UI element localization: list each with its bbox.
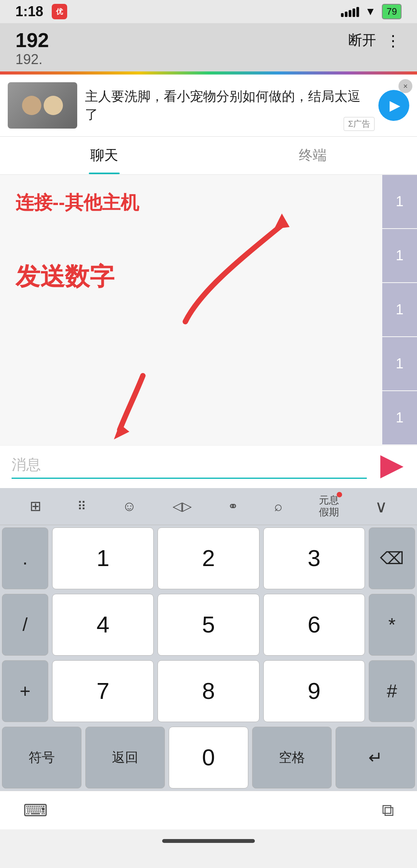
rainbow-bar xyxy=(0,71,417,75)
send-icon xyxy=(380,455,403,478)
header-actions: 断开 ⋮ xyxy=(348,31,402,50)
send-button[interactable] xyxy=(375,453,409,480)
battery-indicator: 79 xyxy=(382,4,402,19)
status-left: 1:18 优 xyxy=(15,3,67,20)
play-icon: ▶ xyxy=(390,97,400,114)
app-header: 192 192. 断开 ⋮ xyxy=(0,23,417,71)
red-arrows-overlay xyxy=(0,175,417,445)
status-bar: 1:18 优 ▼ 79 xyxy=(0,0,417,23)
keyboard-search-button[interactable]: ⌕ xyxy=(274,498,283,514)
annotation-connect: 连接--其他主机 xyxy=(15,190,139,215)
ad-thumbnail xyxy=(8,82,77,129)
sidebar-num-5: 1 xyxy=(382,391,417,445)
sidebar-numbers: 1 1 1 1 1 xyxy=(382,175,417,445)
key-1[interactable]: 1 xyxy=(52,527,154,589)
app-title-sub: 192. xyxy=(15,51,402,68)
svg-marker-1 xyxy=(114,424,129,439)
ad-banner: 主人要洗脚，看小宠物分别如何做的，结局太逗了 ▶ × Σ广告 xyxy=(0,75,417,137)
app-icon: 优 xyxy=(52,4,67,19)
keyboard-dots-button[interactable]: ⠿ xyxy=(77,499,86,514)
keyboard-toolbar: ⊞ ⠿ ☺ ◁▷ ⚭ ⌕ 元息假期 ∨ xyxy=(0,488,417,525)
key-0[interactable]: 0 xyxy=(169,727,248,788)
keyboard-toggle-button[interactable]: ⌨ xyxy=(23,800,48,820)
message-placeholder: 消息 xyxy=(12,456,41,473)
key-backspace[interactable]: ⌫ xyxy=(369,527,415,589)
home-bar xyxy=(162,839,255,843)
number-keyboard: . 1 2 3 ⌫ / 4 5 6 * + 7 8 9 # 符号 返回 0 空格… xyxy=(0,525,417,791)
calendar-label: 元息假期 xyxy=(319,494,339,518)
key-plus[interactable]: + xyxy=(2,660,48,722)
tab-chat[interactable]: 聊天 xyxy=(0,137,208,174)
ad-text: 主人要洗脚，看小宠物分别如何做的，结局太逗了 xyxy=(85,87,371,124)
notification-dot xyxy=(337,492,342,497)
signal-icon xyxy=(341,6,359,17)
bottom-nav: ⌨ ⧉ xyxy=(0,791,417,829)
tab-terminal[interactable]: 终端 xyxy=(208,137,417,174)
key-hash[interactable]: # xyxy=(369,660,415,722)
chat-area: 连接--其他主机 发送数字 1 1 1 1 1 xyxy=(0,175,417,445)
key-dot[interactable]: . xyxy=(2,527,48,589)
keyboard-row-3: + 7 8 9 # xyxy=(0,658,417,724)
sidebar-num-1: 1 xyxy=(382,175,417,229)
key-asterisk[interactable]: * xyxy=(369,594,415,656)
keyboard-collapse-button[interactable]: ∨ xyxy=(375,497,387,516)
annotation-send: 发送数字 xyxy=(15,260,114,293)
ad-label: Σ广告 xyxy=(344,117,375,131)
sidebar-num-2: 1 xyxy=(382,229,417,283)
message-input-wrapper[interactable]: 消息 xyxy=(12,455,367,479)
wifi-icon: ▼ xyxy=(365,5,376,18)
keyboard-emoji-button[interactable]: ☺ xyxy=(122,498,136,514)
more-menu-button[interactable]: ⋮ xyxy=(385,33,402,48)
key-3[interactable]: 3 xyxy=(263,527,365,589)
status-time: 1:18 xyxy=(15,3,43,20)
disconnect-button[interactable]: 断开 xyxy=(348,31,376,50)
key-symbol[interactable]: 符号 xyxy=(2,727,81,788)
home-indicator xyxy=(0,829,417,853)
ad-play-button[interactable]: ▶ xyxy=(378,90,409,121)
ad-thumbnail-content xyxy=(8,82,77,129)
keyboard-row-2: / 4 5 6 * xyxy=(0,592,417,658)
svg-marker-0 xyxy=(274,214,290,229)
tabs-bar: 聊天 终端 xyxy=(0,137,417,175)
key-space[interactable]: 空格 xyxy=(252,727,332,788)
message-input-area: 消息 xyxy=(0,445,417,488)
key-return-text[interactable]: 返回 xyxy=(85,727,165,788)
sidebar-num-4: 1 xyxy=(382,337,417,391)
keyboard-link-button[interactable]: ⚭ xyxy=(228,499,238,514)
key-9[interactable]: 9 xyxy=(263,660,365,722)
ad-close-button[interactable]: × xyxy=(398,79,412,93)
key-5[interactable]: 5 xyxy=(158,594,259,656)
key-slash[interactable]: / xyxy=(2,594,48,656)
keyboard-code-button[interactable]: ◁▷ xyxy=(173,499,192,514)
key-enter[interactable]: ↵ xyxy=(336,727,415,788)
keyboard-grid-button[interactable]: ⊞ xyxy=(30,498,41,514)
keyboard-row-4: 符号 返回 0 空格 ↵ xyxy=(0,724,417,791)
status-right: ▼ 79 xyxy=(341,4,402,19)
sidebar-num-3: 1 xyxy=(382,283,417,337)
key-6[interactable]: 6 xyxy=(263,594,365,656)
clipboard-button[interactable]: ⧉ xyxy=(382,800,394,820)
key-4[interactable]: 4 xyxy=(52,594,154,656)
keyboard-calendar-button[interactable]: 元息假期 xyxy=(319,494,339,518)
key-7[interactable]: 7 xyxy=(52,660,154,722)
app-title-main: 192 xyxy=(15,29,402,51)
key-2[interactable]: 2 xyxy=(158,527,259,589)
key-8[interactable]: 8 xyxy=(158,660,259,722)
keyboard-row-1: . 1 2 3 ⌫ xyxy=(0,525,417,592)
